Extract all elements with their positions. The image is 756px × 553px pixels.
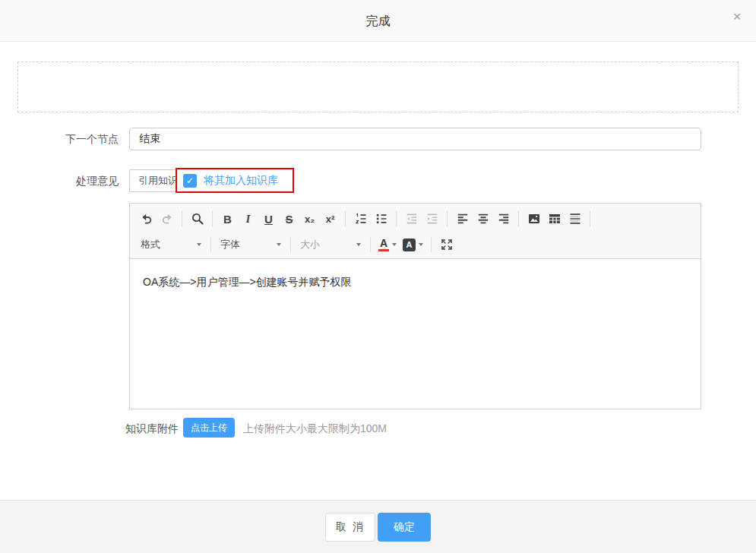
add-to-knowledge-base-label[interactable]: 将其加入知识库 bbox=[204, 174, 278, 188]
chevron-down-icon bbox=[356, 243, 361, 246]
upload-size-hint: 上传附件大小最大限制为100M bbox=[243, 419, 387, 438]
font-dropdown[interactable]: 字体 bbox=[216, 235, 286, 254]
rich-text-editor: BIUSx₂x² 格式字体大小AA OA系统—>用户管理—>创建账号并赋予权限 bbox=[129, 203, 701, 409]
background-color-button[interactable]: A bbox=[400, 234, 426, 255]
chevron-down-icon bbox=[392, 243, 397, 246]
toolbar-separator bbox=[210, 237, 211, 252]
align-right-icon[interactable] bbox=[493, 208, 514, 229]
dialog-title: 完成 bbox=[0, 0, 756, 42]
opinion-label: 处理意见 bbox=[0, 169, 119, 192]
editor-content[interactable]: OA系统—>用户管理—>创建账号并赋予权限 bbox=[130, 259, 701, 409]
subscript-icon[interactable]: x₂ bbox=[299, 208, 320, 229]
text-color-button[interactable]: A bbox=[375, 234, 400, 255]
align-center-icon[interactable] bbox=[473, 208, 493, 229]
toolbar-separator bbox=[290, 237, 291, 252]
editor-toolbar: BIUSx₂x² 格式字体大小AA bbox=[130, 204, 701, 259]
bold-icon[interactable]: B bbox=[217, 208, 238, 229]
image-icon[interactable] bbox=[524, 208, 544, 229]
line-height-icon[interactable] bbox=[565, 208, 585, 229]
undo-icon[interactable] bbox=[136, 208, 157, 229]
redo-icon bbox=[157, 208, 177, 229]
underline-icon[interactable]: U bbox=[258, 208, 279, 229]
next-node-label: 下一个节点 bbox=[0, 128, 119, 150]
empty-placeholder-box bbox=[17, 62, 739, 112]
table-icon[interactable] bbox=[544, 208, 565, 229]
ordered-list-icon[interactable] bbox=[350, 208, 371, 229]
complete-dialog: 完成 × 下一个节点 处理意见 引用知识 ✓ 将其加入知识库 BIUSx₂x² … bbox=[0, 0, 756, 553]
italic-icon[interactable]: I bbox=[238, 208, 258, 229]
toolbar-separator bbox=[590, 211, 590, 226]
toolbar-separator bbox=[396, 211, 397, 226]
find-icon[interactable] bbox=[187, 208, 207, 229]
toolbar-row-2: 格式字体大小AA bbox=[136, 232, 694, 258]
next-node-input[interactable] bbox=[129, 128, 701, 150]
highlight-annotation-box: ✓ 将其加入知识库 bbox=[176, 168, 294, 193]
strikethrough-icon[interactable]: S bbox=[279, 208, 299, 229]
unordered-list-icon[interactable] bbox=[371, 208, 391, 229]
toolbar-separator bbox=[212, 211, 213, 226]
dialog-footer: 取 消 确定 bbox=[0, 501, 756, 553]
maximize-icon[interactable] bbox=[436, 234, 457, 255]
toolbar-separator bbox=[370, 237, 371, 252]
superscript-icon[interactable]: x² bbox=[320, 208, 340, 229]
dialog-header: 完成 × bbox=[0, 0, 756, 42]
chevron-down-icon bbox=[277, 243, 281, 246]
confirm-button[interactable]: 确定 bbox=[378, 513, 431, 542]
attachment-label: 知识库附件 bbox=[125, 419, 179, 438]
format-dropdown[interactable]: 格式 bbox=[136, 235, 206, 254]
cancel-button[interactable]: 取 消 bbox=[325, 513, 375, 542]
indent-icon bbox=[422, 208, 442, 229]
toolbar-separator bbox=[345, 211, 346, 226]
chevron-down-icon bbox=[419, 243, 423, 246]
chevron-down-icon bbox=[197, 243, 201, 246]
size-dropdown[interactable]: 大小 bbox=[296, 235, 365, 254]
upload-button[interactable]: 点击上传 bbox=[183, 418, 235, 438]
toolbar-separator bbox=[431, 237, 432, 252]
toolbar-row-1: BIUSx₂x² bbox=[136, 206, 694, 232]
toolbar-separator bbox=[518, 211, 519, 226]
outdent-icon bbox=[401, 208, 422, 229]
checkbox-checked-icon[interactable]: ✓ bbox=[183, 174, 197, 188]
align-left-icon[interactable] bbox=[452, 208, 473, 229]
toolbar-separator bbox=[182, 211, 182, 226]
toolbar-separator bbox=[447, 211, 448, 226]
close-icon[interactable]: × bbox=[728, 8, 746, 26]
